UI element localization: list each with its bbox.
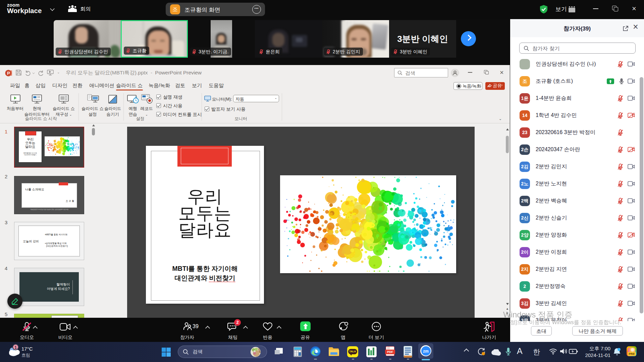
svg-text:P: P [7,71,10,76]
